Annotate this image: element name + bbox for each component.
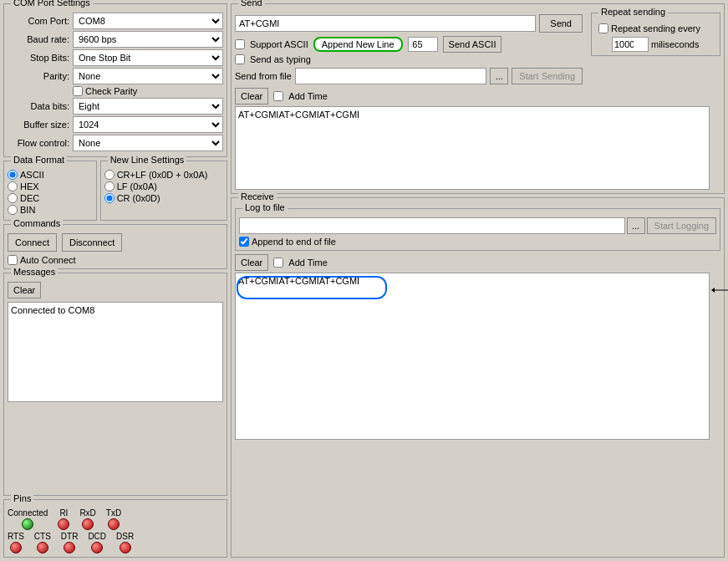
ascii-radio[interactable] bbox=[8, 170, 18, 180]
auto-connect-checkbox[interactable] bbox=[8, 255, 18, 265]
flow-control-label: Flow control: bbox=[8, 138, 73, 148]
rts-label: RTS bbox=[8, 532, 24, 541]
stop-bits-select[interactable]: One Stop Bit bbox=[73, 49, 223, 66]
connected-led bbox=[22, 518, 33, 530]
log-file-browse-button[interactable]: ... bbox=[627, 217, 645, 234]
repeat-sending-box: Repeat sending Repeat sending every mili… bbox=[591, 13, 720, 56]
check-parity-label: Check Parity bbox=[85, 86, 137, 96]
receive-title: Receive bbox=[238, 191, 277, 201]
messages-text: Connected to COM8 bbox=[11, 305, 94, 315]
lf-label: LF (0x0A) bbox=[117, 181, 157, 191]
repeat-sending-title: Repeat sending bbox=[598, 7, 668, 17]
buffer-size-select[interactable]: 1024 bbox=[73, 116, 223, 133]
flow-control-select[interactable]: None bbox=[73, 135, 223, 151]
ascii-num-input[interactable] bbox=[408, 37, 438, 52]
rxd-label: RxD bbox=[79, 508, 95, 518]
bin-label: BIN bbox=[20, 205, 35, 215]
disconnect-button[interactable]: Disconnect bbox=[62, 233, 122, 252]
baud-rate-label: Baud rate: bbox=[8, 34, 73, 44]
commands-box: Commands Connect Disconnect Auto Connect bbox=[3, 224, 227, 269]
connect-button[interactable]: Connect bbox=[8, 233, 57, 252]
com-port-title: COM Port Settings bbox=[11, 0, 93, 8]
send-add-time-checkbox[interactable] bbox=[273, 91, 283, 101]
ri-led bbox=[58, 518, 69, 530]
connected-label: Connected bbox=[8, 508, 48, 518]
messages-clear-button[interactable]: Clear bbox=[8, 282, 41, 298]
receive-clear-button[interactable]: Clear bbox=[235, 254, 268, 271]
cts-label: CTS bbox=[34, 532, 51, 541]
txd-label: TxD bbox=[106, 508, 121, 518]
receive-area-content: AT+CGMIAT+CGMIAT+CGMI bbox=[238, 276, 359, 286]
stop-bits-label: Stop Bits: bbox=[8, 53, 73, 63]
log-to-file-title: Log to file bbox=[242, 202, 288, 212]
commands-title: Commands bbox=[11, 218, 63, 228]
log-to-file-group: Log to file ... Start Logging Append to … bbox=[235, 208, 720, 251]
send-as-typing-label: Send as typing bbox=[250, 54, 311, 64]
send-scrollbar[interactable] bbox=[709, 106, 720, 190]
append-to-file-checkbox[interactable] bbox=[239, 237, 249, 247]
send-as-typing-checkbox[interactable] bbox=[235, 54, 245, 64]
repeat-ms-input[interactable] bbox=[612, 37, 649, 52]
send-add-time-label: Add Time bbox=[288, 91, 327, 101]
crlf-radio[interactable] bbox=[104, 170, 115, 180]
cr-radio[interactable] bbox=[104, 193, 115, 203]
start-sending-button[interactable]: Start Sending bbox=[512, 68, 583, 84]
rts-led bbox=[10, 542, 22, 553]
buffer-size-label: Buffer size: bbox=[8, 120, 73, 130]
log-file-input[interactable] bbox=[239, 217, 625, 234]
pins-box: Pins Connected RI RxD TxD bbox=[3, 499, 227, 558]
receive-add-time-label: Add Time bbox=[288, 258, 327, 268]
messages-title: Messages bbox=[11, 267, 58, 277]
dtr-led bbox=[64, 542, 75, 553]
send-from-file-label: Send from file bbox=[235, 71, 292, 81]
receive-box: Receive Log to file ... Start Logging Ap… bbox=[231, 197, 725, 558]
append-to-file-label: Append to end of file bbox=[252, 237, 336, 247]
txd-led bbox=[108, 518, 120, 530]
baud-rate-select[interactable]: 9600 bps bbox=[73, 31, 223, 48]
receive-add-time-checkbox[interactable] bbox=[273, 258, 283, 268]
dec-radio[interactable] bbox=[8, 193, 18, 203]
send-file-input[interactable] bbox=[295, 68, 486, 84]
data-format-title: Data Format bbox=[11, 155, 67, 165]
auto-connect-label: Auto Connect bbox=[20, 255, 76, 265]
messages-content: Connected to COM8 bbox=[8, 302, 223, 402]
send-ascii-button[interactable]: Send ASCII bbox=[443, 36, 502, 53]
append-new-line-button[interactable]: Append New Line bbox=[313, 37, 403, 52]
parity-select[interactable]: None bbox=[73, 68, 223, 84]
com-port-label: Com Port: bbox=[8, 16, 73, 26]
dtr-label: DTR bbox=[61, 532, 79, 541]
pins-title: Pins bbox=[11, 493, 33, 503]
ri-label: RI bbox=[59, 508, 68, 518]
data-bits-select[interactable]: Eight bbox=[73, 98, 223, 115]
repeat-sending-label: Repeat sending every bbox=[611, 23, 700, 33]
dcd-label: DCD bbox=[88, 532, 106, 541]
ms-label: miliseconds bbox=[651, 39, 699, 49]
parity-label: Parity: bbox=[8, 71, 73, 81]
send-clear-button[interactable]: Clear bbox=[235, 88, 268, 105]
send-text-input[interactable] bbox=[235, 15, 536, 32]
dsr-led bbox=[120, 542, 131, 553]
check-parity-row: Check Parity bbox=[73, 86, 223, 96]
com-port-settings: COM Port Settings Com Port: COM8 Baud ra… bbox=[3, 3, 227, 157]
support-ascii-checkbox[interactable] bbox=[235, 39, 245, 49]
hex-radio[interactable] bbox=[8, 181, 18, 191]
send-area[interactable]: AT+CGMIAT+CGMIAT+CGMI bbox=[235, 106, 720, 190]
repeat-sending-checkbox[interactable] bbox=[598, 23, 608, 33]
start-logging-button[interactable]: Start Logging bbox=[647, 217, 716, 234]
support-ascii-label: Support ASCII bbox=[250, 39, 308, 49]
bin-radio[interactable] bbox=[8, 205, 18, 215]
send-file-browse-button[interactable]: ... bbox=[490, 68, 508, 84]
check-parity-checkbox[interactable] bbox=[73, 86, 83, 96]
lf-radio[interactable] bbox=[104, 181, 115, 191]
cts-led bbox=[37, 542, 48, 553]
send-button[interactable]: Send bbox=[539, 14, 583, 33]
dsr-label: DSR bbox=[116, 532, 134, 541]
send-area-content: AT+CGMIAT+CGMIAT+CGMI bbox=[238, 110, 359, 120]
receive-scrollbar[interactable] bbox=[709, 273, 720, 440]
com-port-select[interactable]: COM8 bbox=[73, 13, 223, 29]
messages-box: Messages Clear Connected to COM8 bbox=[3, 273, 227, 496]
ascii-label: ASCII bbox=[20, 170, 44, 180]
hex-label: HEX bbox=[20, 181, 39, 191]
receive-area[interactable]: AT+CGMIAT+CGMIAT+CGMI bbox=[235, 273, 720, 440]
send-title: Send bbox=[238, 0, 265, 8]
